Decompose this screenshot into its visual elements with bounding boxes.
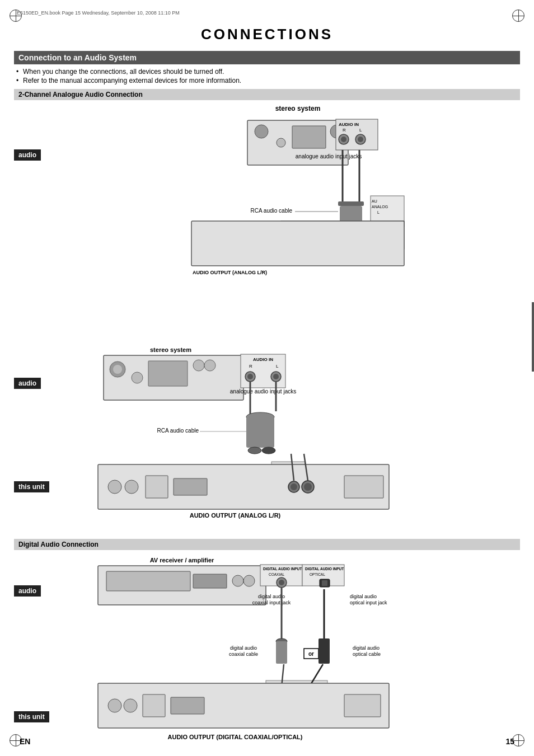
svg-point-39 — [113, 365, 122, 374]
svg-point-1 — [255, 125, 268, 138]
digital-svg-main: AV receiver / amplifier DIGITAL AUDIO IN… — [70, 555, 507, 756]
svg-text:RCA audio cable: RCA audio cable — [157, 428, 199, 434]
svg-rect-56 — [246, 417, 274, 448]
svg-rect-107 — [318, 638, 330, 664]
svg-text:optical cable: optical cable — [353, 651, 381, 657]
this-unit-badge-2: this unit — [14, 711, 49, 722]
svg-point-59 — [248, 447, 261, 454]
side-tab: CONNECTIONS — [532, 302, 534, 371]
analogue-diagram: audio stereo system AUDIO IN R L — [14, 105, 520, 534]
svg-text:R: R — [343, 128, 346, 133]
section1-bullets: When you change the connections, all dev… — [14, 68, 520, 84]
svg-point-74 — [304, 483, 312, 491]
subsection1-header: 2-Channel Analogue Audio Connection — [14, 89, 520, 100]
svg-point-51 — [273, 374, 279, 379]
svg-point-43 — [204, 360, 216, 371]
svg-text:coaxial input jack: coaxial input jack — [252, 600, 291, 605]
audio-badge-2: audio — [14, 585, 41, 597]
svg-rect-16 — [338, 201, 364, 206]
page-lang: EN — [20, 737, 30, 746]
svg-point-67 — [108, 480, 121, 494]
svg-rect-41 — [148, 361, 188, 386]
stereo-label: stereo system — [76, 105, 520, 112]
svg-text:DIGITAL AUDIO INPUT: DIGITAL AUDIO INPUT — [305, 567, 344, 571]
svg-text:digital audio: digital audio — [353, 645, 380, 651]
digital-diagram: audio this unit AV receiver / amplifier … — [14, 555, 520, 756]
svg-text:digital audio: digital audio — [350, 594, 377, 599]
svg-text:COAXIAL: COAXIAL — [269, 572, 285, 576]
svg-point-83 — [232, 575, 243, 586]
svg-rect-127 — [344, 694, 381, 717]
svg-point-68 — [125, 480, 138, 494]
svg-rect-82 — [193, 574, 227, 588]
svg-text:stereo system: stereo system — [150, 346, 191, 353]
svg-point-49 — [247, 374, 253, 379]
svg-text:L: L — [377, 210, 380, 214]
svg-rect-69 — [146, 476, 168, 498]
svg-text:R: R — [249, 364, 252, 369]
svg-rect-70 — [174, 478, 207, 495]
analogue-svg-main: stereo system AUDIO IN R L anal — [70, 344, 518, 534]
svg-text:L: L — [276, 364, 279, 369]
audio-badge-1b: audio — [14, 378, 41, 389]
svg-rect-126 — [171, 697, 204, 714]
audio-badge-1: audio — [14, 149, 41, 161]
svg-text:AU: AU — [372, 199, 377, 203]
svg-text:RCA audio cable: RCA audio cable — [251, 208, 293, 214]
svg-point-12 — [358, 137, 363, 142]
svg-rect-34 — [191, 221, 404, 266]
svg-text:digital audio: digital audio — [230, 645, 257, 651]
svg-point-72 — [291, 483, 297, 490]
svg-point-40 — [132, 372, 143, 383]
page-number: 15 — [505, 737, 514, 746]
svg-text:analogue audio input jacks: analogue audio input jacks — [296, 153, 362, 159]
file-label: E5150ED_EN.book Page 15 Wednesday, Septe… — [17, 10, 180, 16]
svg-text:DIGITAL AUDIO INPUT: DIGITAL AUDIO INPUT — [263, 567, 302, 571]
svg-text:optical input jack: optical input jack — [350, 600, 387, 605]
svg-point-123 — [108, 699, 121, 712]
page-title: CONNECTIONS — [14, 26, 520, 43]
svg-rect-3 — [292, 126, 326, 148]
svg-point-124 — [124, 699, 137, 712]
svg-text:AUDIO IN: AUDIO IN — [339, 122, 359, 127]
svg-text:ANALOG: ANALOG — [372, 205, 388, 209]
svg-point-42 — [193, 360, 204, 371]
svg-text:AUDIO OUTPUT (ANALOG L/R): AUDIO OUTPUT (ANALOG L/R) — [190, 512, 281, 519]
svg-text:AV receiver / amplifier: AV receiver / amplifier — [150, 557, 214, 564]
svg-text:AUDIO IN: AUDIO IN — [253, 357, 273, 362]
subsection2-header: Digital Audio Connection — [14, 539, 520, 550]
section1-header: Connection to an Audio System — [14, 51, 520, 64]
svg-rect-125 — [143, 694, 165, 717]
svg-rect-94 — [322, 580, 327, 586]
svg-text:AUDIO OUTPUT (DIGITAL COAXIAL/: AUDIO OUTPUT (DIGITAL COAXIAL/OPTICAL) — [168, 734, 303, 740]
svg-text:L: L — [359, 128, 362, 133]
svg-point-10 — [341, 137, 346, 142]
this-unit-badge-1: this unit — [14, 481, 49, 492]
svg-text:OPTICAL: OPTICAL — [310, 572, 325, 576]
bullet-item: When you change the connections, all dev… — [16, 68, 520, 76]
svg-text:coaxial cable: coaxial cable — [229, 651, 258, 657]
svg-rect-75 — [344, 476, 383, 498]
svg-point-84 — [243, 575, 255, 586]
svg-point-89 — [279, 580, 284, 585]
svg-text:analogue audio input jacks: analogue audio input jacks — [230, 388, 296, 395]
svg-text:AUDIO OUTPUT (ANALOG L/R): AUDIO OUTPUT (ANALOG L/R) — [193, 270, 267, 275]
svg-rect-101 — [276, 641, 287, 664]
svg-text:or: or — [308, 651, 314, 657]
bullet-item: Refer to the manual accompanying externa… — [16, 77, 520, 84]
svg-rect-81 — [106, 571, 190, 591]
svg-point-2 — [277, 138, 285, 147]
svg-point-60 — [262, 447, 275, 454]
